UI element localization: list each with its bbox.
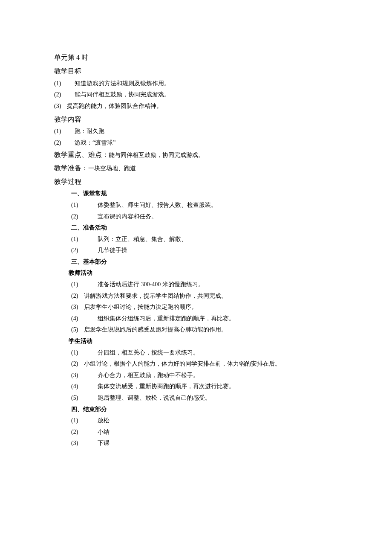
item-number: (4) [71, 381, 98, 392]
focus-text: 能与同伴相互鼓励，协同完成游戏。 [109, 152, 204, 158]
content-item: (2)游戏：“滚雪球” [54, 137, 338, 149]
item-text: 提高跑的能力，体验团队合作精神。 [67, 103, 162, 109]
item-number: (1) [71, 279, 98, 291]
teacher-item: (5)启发学生说说跑后的感受及跑对提高心肺功能的作用。 [54, 324, 338, 336]
ending-item: (3)下课 [54, 438, 338, 449]
item-text: 小结 [98, 429, 110, 435]
student-item: (5)跑后整理、调整、放松，说说自己的感受。 [54, 392, 338, 404]
student-item: (1)分四组，相互关心，按统一要求练习。 [54, 347, 338, 359]
ending-heading: 四、结束部分 [54, 404, 338, 416]
item-text: 体委整队、师生问好、报告人数、检查服装。 [98, 202, 217, 208]
focus-label: 教学重点、难点： [54, 151, 109, 158]
item-text: 知道游戏的方法和规则及锻炼作用。 [75, 80, 170, 87]
item-number: (1) [71, 415, 98, 427]
warmup-item: (1)队列：立正、稍息、集合、解散、 [54, 234, 338, 245]
item-text: 放松 [98, 417, 110, 424]
goals-heading: 教学目标 [54, 65, 338, 78]
item-text: 准备活动后进行 300-400 米的慢跑练习。 [98, 281, 204, 288]
item-text: 游戏：“滚雪球” [75, 139, 115, 146]
item-number: (3) [71, 438, 98, 449]
item-number: (2) [71, 211, 98, 223]
item-number: (3) [71, 370, 98, 381]
routine-heading: 一、课堂常规 [54, 188, 338, 200]
item-text: 跑后整理、调整、放松，说说自己的感受。 [98, 395, 211, 401]
warmup-item: (2)几节徒手操 [54, 245, 338, 256]
prep-text: 一块空场地、跑道 [88, 165, 136, 171]
teacher-item: (2)讲解游戏方法和要求，提示学生团结协作，共同完成。 [54, 291, 338, 302]
item-number: (2) [71, 245, 98, 256]
ending-item: (1)放松 [54, 415, 338, 427]
prep-line: 教学准备：一块空场地、跑道 [54, 162, 338, 174]
focus-line: 教学重点、难点：能与同伴相互鼓励，协同完成游戏。 [54, 148, 338, 161]
teacher-item: (3)启发学生小组讨论，按能力决定跑的顺序。 [54, 302, 338, 313]
item-text: 集体交流感受，重新协商跑的顺序，再次进行比赛。 [98, 383, 235, 389]
item-text: 启发学生小组讨论，按能力决定跑的顺序。 [84, 304, 197, 310]
item-number: (1) [54, 126, 75, 137]
student-item: (3)齐心合力，相互鼓励，跑动中不松手。 [54, 370, 338, 381]
item-number: (4) [71, 313, 98, 325]
item-text: 跑：耐久跑 [75, 128, 104, 134]
item-text: 讲解游戏方法和要求，提示学生团结协作，共同完成。 [84, 293, 227, 299]
item-number: (2) [54, 89, 75, 101]
goals-item: (1)知道游戏的方法和规则及锻炼作用。 [54, 78, 338, 90]
goals-item: (3)提高跑的能力，体验团队合作精神。 [54, 101, 338, 112]
item-number: (3) [54, 101, 67, 112]
item-text: 下课 [98, 440, 110, 446]
item-number: (5) [71, 392, 98, 404]
process-heading: 教学过程 [54, 175, 338, 188]
item-number: (2) [71, 291, 84, 302]
item-number: (2) [71, 358, 84, 370]
item-number: (5) [71, 324, 84, 336]
routine-item: (1)体委整队、师生问好、报告人数、检查服装。 [54, 200, 338, 211]
item-text: 齐心合力，相互鼓励，跑动中不松手。 [98, 372, 199, 378]
student-item: (2)小组讨论，根据个人的能力，体力好的同学安排在前，体力弱的安排在后。 [54, 358, 338, 370]
item-number: (1) [71, 347, 98, 359]
item-text: 宣布课的内容和任务。 [98, 213, 157, 220]
item-number: (1) [54, 78, 75, 90]
item-text: 小组讨论，根据个人的能力，体力好的同学安排在前，体力弱的安排在后。 [84, 360, 281, 367]
main-heading: 三、基本部分 [54, 256, 338, 268]
content-item: (1)跑：耐久跑 [54, 126, 338, 137]
ending-item: (2)小结 [54, 427, 338, 438]
teacher-item: (4)组织集体分组练习后，重新排定跑的顺序，再比赛。 [54, 313, 338, 325]
item-text: 几节徒手操 [98, 247, 127, 253]
warmup-heading: 二、准备活动 [54, 222, 338, 234]
item-text: 组织集体分组练习后，重新排定跑的顺序，再比赛。 [98, 315, 235, 322]
routine-item: (2)宣布课的内容和任务。 [54, 211, 338, 223]
item-number: (1) [71, 200, 98, 211]
item-number: (1) [71, 234, 98, 245]
item-text: 队列：立正、稍息、集合、解散、 [98, 236, 187, 242]
teacher-item: (1)准备活动后进行 300-400 米的慢跑练习。 [54, 279, 338, 291]
teacher-label: 教师活动 [54, 267, 338, 279]
item-text: 分四组，相互关心，按统一要求练习。 [98, 349, 199, 356]
unit-title: 单元第 4 时 [54, 51, 338, 64]
student-item: (4)集体交流感受，重新协商跑的顺序，再次进行比赛。 [54, 381, 338, 392]
item-number: (2) [71, 427, 98, 438]
item-number: (3) [71, 302, 84, 313]
content-heading: 教学内容 [54, 113, 338, 126]
prep-label: 教学准备： [54, 164, 88, 171]
item-number: (2) [54, 137, 75, 149]
goals-item: (2)能与同伴相互鼓励，协同完成游戏。 [54, 89, 338, 101]
item-text: 能与同伴相互鼓励，协同完成游戏。 [75, 91, 170, 98]
item-text: 启发学生说说跑后的感受及跑对提高心肺功能的作用。 [84, 326, 227, 333]
student-label: 学生活动 [54, 336, 338, 347]
